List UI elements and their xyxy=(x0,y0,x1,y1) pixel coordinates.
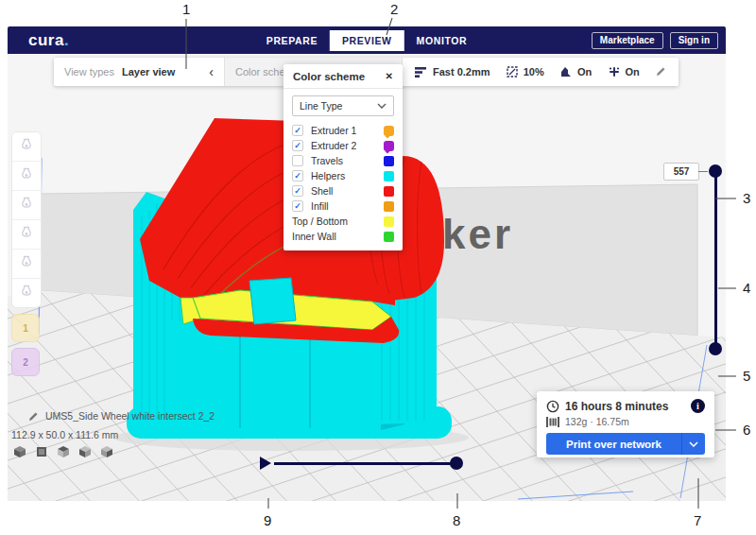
stage-tabs: PREPARE PREVIEW MONITOR xyxy=(254,26,479,54)
move-tool-icon xyxy=(19,137,34,156)
line-type-label: Shell xyxy=(311,185,384,197)
checkbox-checked[interactable]: ✓ xyxy=(292,185,303,197)
collapse-chevron-icon[interactable]: ‹ xyxy=(209,65,214,78)
color-scheme-rows: ✓Extruder 1✓Extruder 2Travels✓Helpers✓Sh… xyxy=(284,121,403,250)
edit-settings-pencil-icon[interactable] xyxy=(656,66,666,78)
app-header: cura. PREPARE PREVIEW MONITOR Marketplac… xyxy=(8,26,726,54)
color-swatch xyxy=(384,216,394,227)
callout-3: 3 xyxy=(743,190,750,206)
sidebar-move-tool-button[interactable] xyxy=(12,132,41,162)
print-profile-value: Fast 0.2mm xyxy=(433,66,490,78)
view-front-icon[interactable] xyxy=(35,445,48,462)
adhesion-icon xyxy=(609,66,620,78)
color-scheme-row[interactable]: Travels xyxy=(292,153,394,168)
adhesion-item[interactable]: On xyxy=(609,66,640,78)
cura-logo: cura. xyxy=(28,31,69,50)
color-scheme-row[interactable]: ✓Extruder 2 xyxy=(292,138,394,153)
tab-monitor[interactable]: MONITOR xyxy=(404,30,480,51)
model-support-cube xyxy=(249,278,296,324)
color-swatch xyxy=(384,201,394,212)
layer-slider-bottom-handle[interactable] xyxy=(709,342,722,355)
tab-preview[interactable]: PREVIEW xyxy=(330,30,404,51)
print-settings-summary[interactable]: Fast 0.2mm 10% On On xyxy=(403,58,679,86)
cura-logo-text: cura xyxy=(28,31,64,49)
view-top-icon[interactable] xyxy=(57,445,70,462)
checkbox-checked[interactable]: ✓ xyxy=(292,125,303,136)
line-type-label: Helpers xyxy=(311,170,384,181)
simulation-slider-handle[interactable] xyxy=(450,457,463,470)
view-types-label: View types xyxy=(64,66,114,78)
info-icon[interactable]: i xyxy=(691,399,705,413)
sidebar-support-blocker-tool-button[interactable] xyxy=(12,279,41,307)
current-layer-value[interactable]: 557 xyxy=(663,163,699,181)
tab-prepare[interactable]: PREPARE xyxy=(254,30,330,51)
sidebar-rotate-tool-button[interactable] xyxy=(12,191,41,220)
popup-title: Color scheme xyxy=(293,71,365,82)
line-type-label: Inner Wall xyxy=(292,231,384,242)
view-types-value: Layer view xyxy=(122,66,175,78)
line-type-label: Extruder 1 xyxy=(311,125,384,136)
tool-panel xyxy=(11,131,42,308)
color-swatch xyxy=(384,171,394,181)
color-scheme-row[interactable]: ✓Shell xyxy=(292,183,394,198)
simulation-play-button[interactable] xyxy=(260,457,271,470)
per-model-settings-tool-icon xyxy=(19,254,34,273)
callout-6: 6 xyxy=(743,422,750,438)
camera-view-buttons xyxy=(13,445,113,462)
sidebar-mirror-tool-button[interactable] xyxy=(12,220,41,250)
checkbox-checked[interactable]: ✓ xyxy=(292,140,303,151)
cura-app-window: cura. PREPARE PREVIEW MONITOR Marketplac… xyxy=(8,26,726,501)
checkbox-checked[interactable]: ✓ xyxy=(292,170,303,181)
marketplace-button[interactable]: Marketplace xyxy=(592,32,663,49)
print-job-panel: 16 hours 8 minutes i 132g · 16.75m Print… xyxy=(537,391,714,457)
color-scheme-row[interactable]: ✓Extruder 1 xyxy=(292,123,394,138)
print-profile-item[interactable]: Fast 0.2mm xyxy=(415,66,490,78)
rotate-tool-icon xyxy=(19,196,34,215)
popup-title-bar: Color scheme ✕ xyxy=(284,64,403,89)
layer-slider-top-handle[interactable] xyxy=(709,164,722,178)
color-swatch xyxy=(384,156,394,166)
line-type-dropdown-value: Line Type xyxy=(300,100,342,112)
callout-5: 5 xyxy=(743,368,750,384)
extruder-2-button[interactable]: 2 xyxy=(11,348,40,376)
print-options-chevron[interactable] xyxy=(681,433,705,455)
layers-icon xyxy=(415,67,427,78)
simulation-slider-track[interactable] xyxy=(274,462,456,465)
infill-item[interactable]: 10% xyxy=(507,66,544,78)
color-swatch xyxy=(384,126,394,136)
color-swatch xyxy=(384,141,394,151)
chevron-down-icon xyxy=(377,103,387,109)
support-blocker-tool-icon xyxy=(19,284,34,302)
material-estimate: 132g · 16.75m xyxy=(565,416,629,427)
header-buttons: Marketplace Sign in xyxy=(592,26,718,54)
view-right-icon[interactable] xyxy=(100,445,113,462)
sign-in-button[interactable]: Sign in xyxy=(670,32,718,49)
color-scheme-row[interactable]: Inner Wall xyxy=(292,229,394,244)
color-swatch xyxy=(384,186,394,197)
rename-pencil-icon[interactable] xyxy=(28,411,39,422)
checkbox-checked[interactable]: ✓ xyxy=(292,200,303,212)
checkbox-unchecked[interactable] xyxy=(292,155,303,166)
extruder-1-button[interactable]: 1 xyxy=(11,314,40,342)
close-icon[interactable]: ✕ xyxy=(386,71,393,81)
infill-icon xyxy=(507,66,518,78)
mirror-tool-icon xyxy=(19,225,34,244)
sidebar-per-model-settings-tool-button[interactable] xyxy=(12,250,41,279)
color-scheme-row[interactable]: Top / Bottom xyxy=(292,214,394,229)
layer-slider-track[interactable] xyxy=(714,171,717,349)
scale-tool-icon xyxy=(19,166,34,185)
color-scheme-row[interactable]: ✓Helpers xyxy=(292,168,394,183)
callout-1: 1 xyxy=(182,1,190,17)
view-left-icon[interactable] xyxy=(78,445,92,462)
view-types-selector[interactable]: View types Layer view ‹ xyxy=(54,58,224,86)
view-3d-icon[interactable] xyxy=(13,445,26,462)
sidebar-scale-tool-button[interactable] xyxy=(12,162,41,191)
model-name: UMS5_Side Wheel white intersect 2_2 xyxy=(45,410,215,422)
color-scheme-row[interactable]: ✓Infill xyxy=(292,198,394,214)
line-type-dropdown[interactable]: Line Type xyxy=(292,95,394,116)
model-dimensions: 112.9 x 50.0 x 111.6 mm xyxy=(11,429,118,440)
print-over-network-button[interactable]: Print over network xyxy=(546,433,681,455)
support-item[interactable]: On xyxy=(560,66,592,78)
support-icon xyxy=(560,66,572,78)
callout-2: 2 xyxy=(390,1,398,17)
